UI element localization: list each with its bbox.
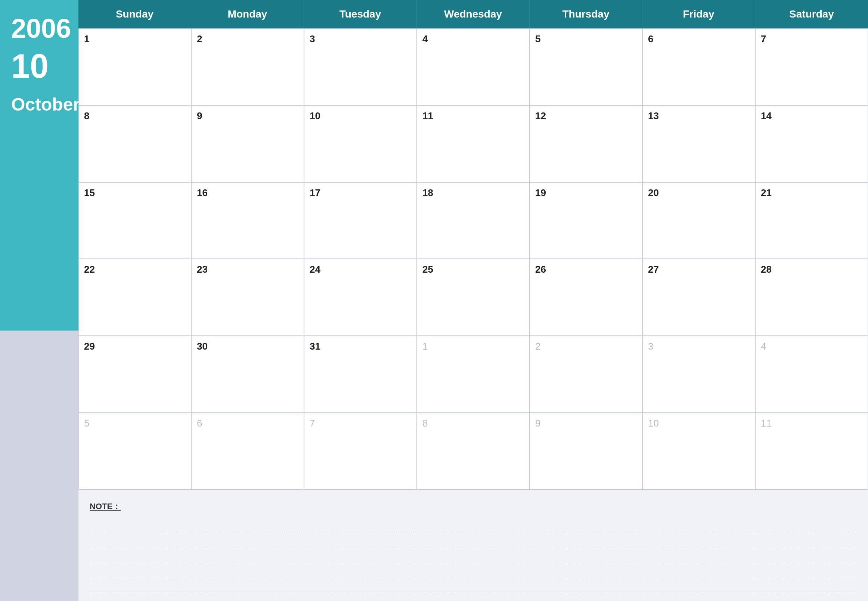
- day-number: 5: [535, 33, 637, 45]
- day-cell[interactable]: 2: [191, 28, 304, 105]
- note-line: [90, 534, 857, 547]
- header-day-tuesday: Tuesday: [304, 0, 417, 28]
- header-day-wednesday: Wednesday: [417, 0, 529, 28]
- day-number: 18: [423, 187, 524, 199]
- day-cell[interactable]: 9: [191, 105, 304, 182]
- day-cell[interactable]: 31: [304, 336, 417, 413]
- day-cell[interactable]: 21: [755, 182, 868, 259]
- day-number: 7: [310, 418, 411, 429]
- day-cell[interactable]: 10: [642, 413, 755, 490]
- day-cell[interactable]: 6: [191, 413, 304, 490]
- day-cell[interactable]: 4: [417, 28, 529, 105]
- day-number: 13: [648, 110, 750, 122]
- day-cell[interactable]: 8: [78, 105, 191, 182]
- day-number: 19: [535, 187, 637, 199]
- day-number: 8: [423, 418, 524, 429]
- day-number: 10: [648, 418, 750, 429]
- day-number: 8: [84, 110, 186, 122]
- day-cell[interactable]: 29: [78, 336, 191, 413]
- day-cell[interactable]: 19: [529, 182, 642, 259]
- day-cell[interactable]: 18: [417, 182, 529, 259]
- day-number: 25: [423, 264, 524, 275]
- day-number: 5: [84, 418, 186, 429]
- day-cell[interactable]: 7: [755, 28, 868, 105]
- header-day-saturday: Saturday: [755, 0, 868, 28]
- day-number: 9: [197, 110, 298, 122]
- day-cell[interactable]: 1: [78, 28, 191, 105]
- day-cell[interactable]: 5: [529, 28, 642, 105]
- day-number: 15: [84, 187, 186, 199]
- sidebar: 2006 10 October: [0, 0, 78, 601]
- day-cell[interactable]: 23: [191, 259, 304, 336]
- day-number: 23: [197, 264, 298, 275]
- day-number: 10: [310, 110, 411, 122]
- day-cell[interactable]: 4: [755, 336, 868, 413]
- day-cell[interactable]: 10: [304, 105, 417, 182]
- calendar-container: 2006 10 October SundayMondayTuesdayWedne…: [0, 0, 868, 601]
- notes-section: NOTE：: [78, 490, 868, 601]
- day-number: 1: [84, 33, 186, 45]
- day-cell[interactable]: 15: [78, 182, 191, 259]
- day-number: 29: [84, 341, 186, 352]
- note-line: [90, 564, 857, 577]
- day-cell[interactable]: 2: [529, 336, 642, 413]
- header-day-sunday: Sunday: [78, 0, 191, 28]
- day-number: 6: [197, 418, 298, 429]
- day-cell[interactable]: 6: [642, 28, 755, 105]
- main-content: SundayMondayTuesdayWednesdayThursdayFrid…: [78, 0, 868, 601]
- day-cell[interactable]: 3: [304, 28, 417, 105]
- day-cell[interactable]: 27: [642, 259, 755, 336]
- day-number: 16: [197, 187, 298, 199]
- day-number: 9: [535, 418, 637, 429]
- calendar-header: SundayMondayTuesdayWednesdayThursdayFrid…: [78, 0, 868, 28]
- day-number: 11: [423, 110, 524, 122]
- day-number: 17: [310, 187, 411, 199]
- day-number: 27: [648, 264, 750, 275]
- day-cell[interactable]: 1: [417, 336, 529, 413]
- day-cell[interactable]: 14: [755, 105, 868, 182]
- day-cell[interactable]: 24: [304, 259, 417, 336]
- day-cell[interactable]: 7: [304, 413, 417, 490]
- day-number: 30: [197, 341, 298, 352]
- day-cell[interactable]: 8: [417, 413, 529, 490]
- sidebar-month-number: 10: [11, 49, 49, 83]
- calendar-grid: SundayMondayTuesdayWednesdayThursdayFrid…: [78, 0, 868, 490]
- day-number: 31: [310, 341, 411, 352]
- day-number: 28: [761, 264, 862, 275]
- day-cell[interactable]: 22: [78, 259, 191, 336]
- day-cell[interactable]: 11: [417, 105, 529, 182]
- notes-label: NOTE：: [90, 501, 857, 512]
- day-number: 6: [648, 33, 750, 45]
- day-cell[interactable]: 17: [304, 182, 417, 259]
- day-cell[interactable]: 9: [529, 413, 642, 490]
- day-number: 4: [423, 33, 524, 45]
- sidebar-month-name: October: [11, 94, 80, 115]
- note-lines-container: [90, 519, 857, 592]
- day-cell[interactable]: 12: [529, 105, 642, 182]
- day-number: 24: [310, 264, 411, 275]
- header-day-monday: Monday: [191, 0, 304, 28]
- day-number: 1: [423, 341, 524, 352]
- day-cell[interactable]: 20: [642, 182, 755, 259]
- day-number: 26: [535, 264, 637, 275]
- day-cell[interactable]: 16: [191, 182, 304, 259]
- day-cell[interactable]: 3: [642, 336, 755, 413]
- day-cell[interactable]: 26: [529, 259, 642, 336]
- day-cell[interactable]: 25: [417, 259, 529, 336]
- day-number: 7: [761, 33, 862, 45]
- day-number: 3: [310, 33, 411, 45]
- day-number: 2: [197, 33, 298, 45]
- day-number: 4: [761, 341, 862, 352]
- day-number: 20: [648, 187, 750, 199]
- day-cell[interactable]: 13: [642, 105, 755, 182]
- day-cell[interactable]: 5: [78, 413, 191, 490]
- day-cell[interactable]: 30: [191, 336, 304, 413]
- note-line: [90, 519, 857, 532]
- note-line: [90, 578, 857, 592]
- note-line: [90, 549, 857, 562]
- day-cell[interactable]: 28: [755, 259, 868, 336]
- day-number: 3: [648, 341, 750, 352]
- day-cell[interactable]: 11: [755, 413, 868, 490]
- sidebar-year: 2006: [11, 15, 71, 42]
- header-day-friday: Friday: [642, 0, 755, 28]
